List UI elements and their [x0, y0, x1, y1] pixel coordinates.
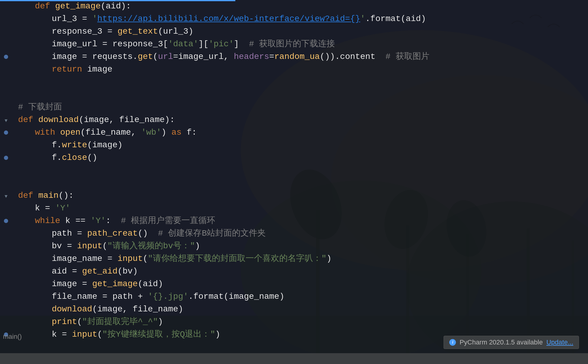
code-line: image_name = input("请你给想要下载的封面取一个喜欢的名字叭：…: [0, 252, 588, 265]
code-line: download(image, file_name): [0, 303, 588, 316]
line-gutter: ▼: [0, 194, 12, 199]
token-plain: =: [67, 267, 82, 276]
token-fn: get_image: [92, 279, 138, 289]
token-plain: (image): [87, 140, 123, 150]
code-line: k = 'Y': [0, 202, 588, 215]
notification-text: PyCharm 2020.1.5 available: [460, 338, 543, 346]
token-plain: .: [133, 52, 138, 61]
token-plain: .format(image_name): [188, 292, 284, 301]
fold-icon[interactable]: ▼: [3, 194, 9, 199]
breakpoint-dot: [4, 130, 8, 135]
code-line: print("封面提取完毕^_^"): [0, 316, 588, 328]
breakpoint-dot: [4, 219, 8, 223]
token-str: 'Y': [91, 216, 106, 225]
token-fn: input: [72, 330, 97, 339]
token-kw-def: def: [18, 115, 33, 124]
code-line: image_url = response_3['data']['pic'] # …: [0, 38, 588, 50]
code-line: image = get_image(aid): [0, 278, 588, 290]
code-line: ▼def main():: [0, 189, 588, 202]
token-var: requests: [92, 52, 132, 61]
code-line: file_name = path + '{}.jpg'.format(image…: [0, 290, 588, 303]
token-plain: image: [82, 65, 113, 74]
code-line: response_3 = get_text(url_3): [0, 25, 588, 38]
token-comment: # 根据用户需要一直循环: [121, 216, 215, 225]
token-headers-kw: headers: [234, 52, 269, 61]
token-comment: # 获取图片: [385, 52, 429, 61]
token-str: ': [92, 14, 97, 23]
breakpoint-dot: [4, 55, 8, 59]
token-plain: (: [102, 241, 107, 251]
line-content: f.close(): [12, 151, 588, 164]
notification-update-link[interactable]: Update...: [546, 338, 573, 346]
token-plain: .format(aid): [365, 14, 426, 23]
token-plain: ():: [58, 191, 73, 200]
line-gutter: [0, 219, 12, 223]
token-kw-while: while: [35, 216, 60, 225]
line-content: with open(file_name, 'wb') as f:: [12, 126, 588, 139]
line-content: image_url = response_3['data']['pic'] # …: [12, 38, 588, 50]
token-plain: =: [77, 52, 92, 61]
code-line: aid = get_aid(bv): [0, 265, 588, 278]
info-icon: i: [449, 339, 456, 346]
line-content: image = requests.get(url=image_url, head…: [12, 50, 588, 63]
code-area: def get_image(aid):url_3 = 'https://api.…: [0, 0, 588, 364]
token-fn: get_aid: [82, 267, 118, 276]
code-line: # 下载封面: [0, 101, 588, 114]
token-plain: ][: [198, 39, 209, 49]
token-var: f: [52, 140, 57, 150]
code-line: image = requests.get(url=image_url, head…: [0, 50, 588, 63]
token-fn: download: [52, 304, 92, 314]
line-content: print("封面提取完毕^_^"): [12, 316, 588, 328]
token-var: k: [52, 330, 57, 339]
code-line: f.write(image): [0, 139, 588, 151]
token-kw-def: def: [35, 2, 50, 11]
code-line: bv = input("请输入视频的bv号："): [0, 240, 588, 252]
token-fn: write: [62, 140, 87, 150]
code-line: path = path_creat() # 创建保存B站封面的文件夹: [0, 227, 588, 240]
token-plain: .: [57, 153, 62, 162]
token-str: "按Y键继续提取，按Q退出：": [102, 330, 215, 339]
code-line: [0, 88, 588, 101]
token-plain: =: [102, 27, 117, 36]
line-gutter: [0, 55, 12, 59]
code-line: with open(file_name, 'wb') as f:: [0, 126, 588, 139]
token-plain: (: [97, 330, 102, 339]
token-str: 'wb': [141, 128, 161, 137]
token-plain: =image_url,: [173, 52, 234, 61]
line-content: response_3 = get_text(url_3): [12, 25, 588, 38]
code-line: [0, 164, 588, 177]
line-content: url_3 = 'https://api.bilibili.com/x/web-…: [12, 13, 588, 25]
token-str: 'data': [168, 39, 199, 49]
token-plain: ()).content: [320, 52, 385, 61]
token-str: "请你给想要下载的封面取一个喜欢的名字叭：": [148, 254, 326, 263]
token-plain: ): [161, 128, 172, 137]
token-plain: (url_3): [158, 27, 193, 36]
line-content: # 下载封面: [12, 101, 588, 114]
token-plain: =: [97, 39, 112, 49]
code-line: [0, 177, 588, 189]
token-var: image_name: [52, 254, 102, 263]
line-content: def main():: [12, 189, 588, 202]
token-fn: path_creat: [87, 229, 138, 238]
token-url-link: https://api.bilibili.com/x/web-interface…: [97, 14, 360, 23]
fold-icon[interactable]: ▼: [3, 118, 9, 124]
line-content: download(image, file_name): [12, 303, 588, 316]
token-fn: input: [77, 241, 102, 251]
token-plain: (image, file_name):: [79, 115, 175, 124]
token-plain: (file_name,: [80, 128, 141, 137]
token-plain: f:: [181, 128, 197, 137]
token-var: bv: [52, 241, 62, 251]
token-plain: [50, 2, 55, 11]
token-fn: print: [52, 317, 77, 326]
pycharm-notification[interactable]: i PyCharm 2020.1.5 available Update...: [444, 336, 579, 349]
token-plain: [33, 191, 38, 200]
code-line: [0, 76, 588, 88]
line-gutter: [0, 156, 12, 160]
token-str: "请输入视频的bv号：": [107, 241, 195, 251]
editor-container: def get_image(aid):url_3 = 'https://api.…: [0, 0, 588, 364]
line-content: while k == 'Y': # 根据用户需要一直循环: [12, 215, 588, 227]
token-comment: # 获取图片的下载连接: [249, 39, 335, 49]
code-line: return image: [0, 63, 588, 76]
token-plain: [: [163, 39, 168, 49]
token-fn: close: [62, 153, 87, 162]
